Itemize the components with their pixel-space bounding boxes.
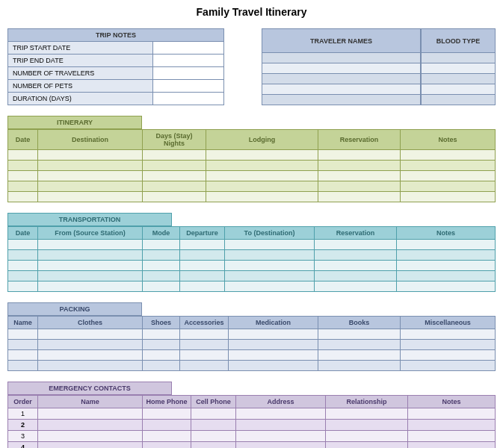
packing-cell[interactable] xyxy=(180,361,229,371)
itinerary-cell[interactable] xyxy=(143,192,206,202)
emergency-cell[interactable] xyxy=(326,408,408,420)
transport-cell[interactable] xyxy=(8,271,38,281)
transport-cell[interactable] xyxy=(8,261,38,271)
packing-cell[interactable] xyxy=(229,350,318,361)
packing-cell[interactable] xyxy=(8,340,38,350)
transport-cell[interactable] xyxy=(315,281,397,292)
blood-type-row[interactable] xyxy=(422,95,496,105)
packing-cell[interactable] xyxy=(143,350,180,361)
transport-cell[interactable] xyxy=(225,261,315,271)
emergency-cell[interactable] xyxy=(236,442,326,449)
packing-cell[interactable] xyxy=(318,361,401,371)
emergency-cell[interactable] xyxy=(143,420,191,431)
transport-cell[interactable] xyxy=(143,261,180,271)
packing-cell[interactable] xyxy=(229,340,318,350)
emergency-cell[interactable] xyxy=(408,408,496,420)
transport-cell[interactable] xyxy=(38,261,143,271)
transport-cell[interactable] xyxy=(315,271,397,281)
traveler-row[interactable] xyxy=(262,95,421,105)
emergency-cell[interactable] xyxy=(191,420,236,431)
transport-cell[interactable] xyxy=(143,271,180,281)
traveler-row[interactable] xyxy=(262,63,421,74)
itinerary-cell[interactable] xyxy=(143,181,206,192)
emergency-cell[interactable] xyxy=(38,420,143,431)
emergency-cell[interactable] xyxy=(326,442,408,449)
emergency-cell[interactable] xyxy=(408,420,496,431)
packing-cell[interactable] xyxy=(229,361,318,371)
transport-cell[interactable] xyxy=(143,250,180,261)
packing-cell[interactable] xyxy=(143,340,180,350)
emergency-cell[interactable] xyxy=(408,431,496,442)
transport-cell[interactable] xyxy=(180,250,225,261)
trip-start-date-cell[interactable] xyxy=(152,42,223,55)
itinerary-cell[interactable] xyxy=(401,161,496,171)
transport-cell[interactable] xyxy=(397,240,496,250)
packing-cell[interactable] xyxy=(143,329,180,340)
packing-cell[interactable] xyxy=(38,329,143,340)
packing-cell[interactable] xyxy=(38,350,143,361)
packing-cell[interactable] xyxy=(8,350,38,361)
emergency-cell[interactable] xyxy=(191,408,236,420)
blood-type-row[interactable] xyxy=(422,63,496,74)
itinerary-cell[interactable] xyxy=(8,181,38,192)
packing-cell[interactable] xyxy=(143,361,180,371)
transport-cell[interactable] xyxy=(315,240,397,250)
packing-cell[interactable] xyxy=(8,361,38,371)
itinerary-cell[interactable] xyxy=(8,150,38,161)
packing-cell[interactable] xyxy=(229,329,318,340)
itinerary-cell[interactable] xyxy=(318,171,401,181)
transport-cell[interactable] xyxy=(397,281,496,292)
itinerary-cell[interactable] xyxy=(401,192,496,202)
emergency-cell[interactable] xyxy=(38,408,143,420)
emergency-cell[interactable] xyxy=(191,442,236,449)
transport-cell[interactable] xyxy=(397,261,496,271)
transport-cell[interactable] xyxy=(225,271,315,281)
transport-cell[interactable] xyxy=(180,271,225,281)
packing-cell[interactable] xyxy=(401,340,496,350)
trip-end-date-cell[interactable] xyxy=(152,55,223,67)
transport-cell[interactable] xyxy=(180,261,225,271)
itinerary-cell[interactable] xyxy=(206,181,318,192)
itinerary-cell[interactable] xyxy=(143,150,206,161)
packing-cell[interactable] xyxy=(180,329,229,340)
packing-cell[interactable] xyxy=(180,340,229,350)
transport-cell[interactable] xyxy=(38,240,143,250)
packing-cell[interactable] xyxy=(38,340,143,350)
emergency-cell[interactable] xyxy=(38,431,143,442)
packing-cell[interactable] xyxy=(38,361,143,371)
itinerary-cell[interactable] xyxy=(206,171,318,181)
packing-cell[interactable] xyxy=(401,350,496,361)
blood-type-row[interactable] xyxy=(422,53,496,63)
emergency-cell[interactable] xyxy=(143,442,191,449)
transport-cell[interactable] xyxy=(38,250,143,261)
transport-cell[interactable] xyxy=(180,240,225,250)
transport-cell[interactable] xyxy=(225,250,315,261)
itinerary-cell[interactable] xyxy=(318,161,401,171)
itinerary-cell[interactable] xyxy=(318,150,401,161)
emergency-cell[interactable] xyxy=(236,408,326,420)
transport-cell[interactable] xyxy=(8,281,38,292)
emergency-cell[interactable] xyxy=(326,420,408,431)
itinerary-cell[interactable] xyxy=(206,192,318,202)
transport-cell[interactable] xyxy=(8,250,38,261)
emergency-cell[interactable] xyxy=(326,431,408,442)
transport-cell[interactable] xyxy=(38,281,143,292)
transport-cell[interactable] xyxy=(38,271,143,281)
traveler-row[interactable] xyxy=(262,84,421,95)
packing-cell[interactable] xyxy=(318,350,401,361)
emergency-cell[interactable] xyxy=(236,431,326,442)
emergency-cell[interactable] xyxy=(408,442,496,449)
itinerary-cell[interactable] xyxy=(206,150,318,161)
itinerary-cell[interactable] xyxy=(143,161,206,171)
packing-cell[interactable] xyxy=(318,329,401,340)
itinerary-cell[interactable] xyxy=(38,192,143,202)
emergency-cell[interactable] xyxy=(191,431,236,442)
itinerary-cell[interactable] xyxy=(38,161,143,171)
itinerary-cell[interactable] xyxy=(8,161,38,171)
itinerary-cell[interactable] xyxy=(38,150,143,161)
transport-cell[interactable] xyxy=(315,250,397,261)
transport-cell[interactable] xyxy=(397,271,496,281)
transport-cell[interactable] xyxy=(143,281,180,292)
transport-cell[interactable] xyxy=(8,240,38,250)
itinerary-cell[interactable] xyxy=(318,181,401,192)
